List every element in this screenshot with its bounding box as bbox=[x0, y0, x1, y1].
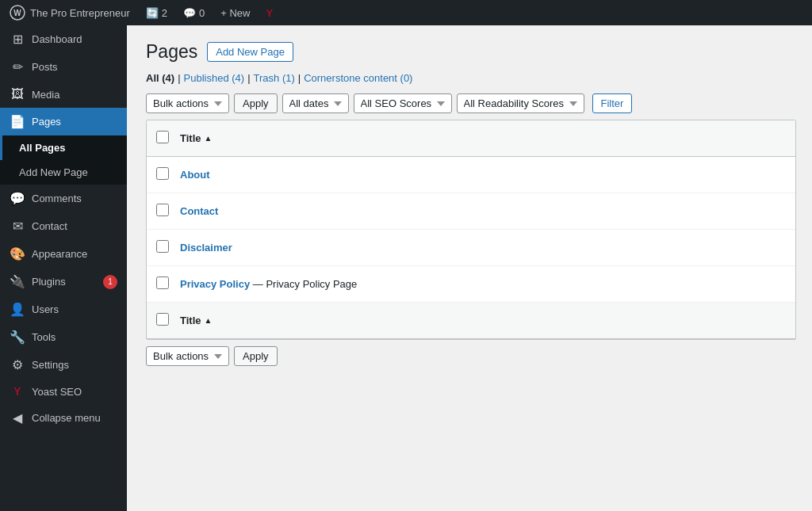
filter-cornerstone[interactable]: Cornerstone content (0) bbox=[304, 72, 412, 84]
sidebar-item-plugins[interactable]: 🔌 Plugins 1 bbox=[0, 268, 127, 296]
sort-arrow-icon: ▲ bbox=[205, 134, 213, 143]
admin-bar-comments[interactable]: 💬 0 bbox=[180, 0, 208, 25]
pages-icon: 📄 bbox=[10, 114, 25, 129]
bulk-actions-select-bottom[interactable]: Bulk actions bbox=[146, 346, 229, 366]
checkbox-contact[interactable] bbox=[156, 204, 169, 216]
checkbox-privacy-policy[interactable] bbox=[156, 276, 169, 289]
page-header: Pages Add New Page bbox=[146, 41, 796, 63]
admin-bar-yoast[interactable]: Y bbox=[262, 0, 276, 25]
filter-trash[interactable]: Trash (1) bbox=[254, 72, 295, 84]
page-link-disclaimer[interactable]: Disclaimer bbox=[180, 242, 232, 254]
comments-count: 0 bbox=[199, 7, 205, 19]
comments-icon: 💬 bbox=[183, 7, 196, 19]
sidebar-label-settings: Settings bbox=[32, 359, 69, 371]
table-row: Privacy Policy — Privacy Policy Page bbox=[147, 266, 795, 303]
plugins-badge: 1 bbox=[103, 275, 117, 289]
sidebar-label-media: Media bbox=[32, 89, 59, 101]
appearance-icon: 🎨 bbox=[10, 246, 25, 261]
privacy-policy-suffix: — Privacy Policy Page bbox=[250, 278, 357, 290]
sidebar-item-posts[interactable]: ✏ Posts bbox=[0, 53, 127, 81]
tools-icon: 🔧 bbox=[10, 330, 25, 345]
wordpress-logo: W bbox=[10, 5, 25, 21]
row-title-contact: Contact bbox=[180, 205, 786, 217]
row-check-disclaimer bbox=[156, 240, 180, 255]
row-title-about: About bbox=[180, 169, 786, 181]
updates-icon: 🔄 bbox=[146, 7, 159, 19]
select-all-checkbox[interactable] bbox=[156, 131, 169, 143]
table-header-row: Title ▲ bbox=[147, 120, 795, 157]
apply-button-bottom[interactable]: Apply bbox=[234, 346, 278, 366]
sidebar-label-appearance: Appearance bbox=[32, 248, 87, 260]
users-icon: 👤 bbox=[10, 302, 25, 317]
sidebar-label-dashboard: Dashboard bbox=[32, 33, 82, 45]
sidebar-item-add-new-page[interactable]: Add New Page bbox=[0, 160, 127, 185]
sidebar: ⊞ Dashboard ✏ Posts 🖼 Media 📄 Pages All … bbox=[0, 25, 127, 511]
apply-button-top[interactable]: Apply bbox=[234, 93, 278, 113]
sidebar-label-add-new-page: Add New Page bbox=[19, 166, 88, 178]
sidebar-label-contact: Contact bbox=[32, 220, 67, 232]
add-new-page-button[interactable]: Add New Page bbox=[207, 42, 293, 62]
sidebar-item-users[interactable]: 👤 Users bbox=[0, 296, 127, 323]
sidebar-label-posts: Posts bbox=[32, 61, 58, 73]
all-dates-select[interactable]: All dates bbox=[282, 93, 349, 113]
sidebar-item-comments[interactable]: 💬 Comments bbox=[0, 185, 127, 212]
dashboard-icon: ⊞ bbox=[10, 32, 25, 47]
admin-bar-updates[interactable]: 🔄 2 bbox=[143, 0, 170, 25]
page-title: Pages bbox=[146, 41, 197, 63]
page-link-contact[interactable]: Contact bbox=[180, 205, 218, 217]
pages-submenu: All Pages Add New Page bbox=[0, 135, 127, 185]
row-check-privacy-policy bbox=[156, 276, 180, 292]
updates-count: 2 bbox=[162, 7, 167, 19]
bulk-actions-select-top[interactable]: Bulk actions bbox=[146, 93, 229, 113]
new-label: + New bbox=[220, 7, 250, 19]
sidebar-item-contact[interactable]: ✉ Contact bbox=[0, 212, 127, 240]
footer-check-col bbox=[156, 313, 180, 328]
sidebar-label-users: Users bbox=[32, 303, 59, 315]
sidebar-item-all-pages[interactable]: All Pages bbox=[0, 135, 127, 160]
title-footer-label: Title bbox=[180, 315, 201, 326]
sidebar-item-tools[interactable]: 🔧 Tools bbox=[0, 323, 127, 351]
select-all-bottom-checkbox[interactable] bbox=[156, 313, 169, 326]
sidebar-label-all-pages: All Pages bbox=[19, 142, 66, 154]
all-seo-scores-select[interactable]: All SEO Scores bbox=[354, 93, 452, 113]
row-title-privacy-policy: Privacy Policy — Privacy Policy Page bbox=[180, 278, 786, 290]
all-readability-select[interactable]: All Readability Scores bbox=[457, 93, 584, 113]
sidebar-item-pages[interactable]: 📄 Pages bbox=[0, 108, 127, 135]
row-check-about bbox=[156, 167, 180, 182]
title-sort-footer[interactable]: Title ▲ bbox=[180, 315, 786, 326]
layout: ⊞ Dashboard ✏ Posts 🖼 Media 📄 Pages All … bbox=[0, 25, 812, 511]
filter-button[interactable]: Filter bbox=[592, 93, 633, 113]
admin-bar-site[interactable]: W The Pro Entrepreneur bbox=[6, 0, 133, 25]
sidebar-item-dashboard[interactable]: ⊞ Dashboard bbox=[0, 25, 127, 53]
filter-published[interactable]: Published (4) bbox=[184, 72, 245, 84]
sidebar-item-yoast-seo[interactable]: Y Yoast SEO bbox=[0, 379, 127, 404]
sort-arrow-bottom-icon: ▲ bbox=[205, 316, 213, 325]
settings-icon: ⚙ bbox=[10, 357, 25, 372]
media-icon: 🖼 bbox=[10, 87, 25, 101]
sidebar-label-collapse: Collapse menu bbox=[32, 412, 101, 424]
sidebar-item-appearance[interactable]: 🎨 Appearance bbox=[0, 240, 127, 268]
site-name: The Pro Entrepreneur bbox=[30, 7, 130, 19]
yoast-seo-icon: Y bbox=[10, 385, 25, 398]
sidebar-label-plugins: Plugins bbox=[32, 276, 66, 288]
page-link-about[interactable]: About bbox=[180, 169, 210, 181]
sidebar-label-comments: Comments bbox=[32, 193, 82, 204]
filter-all[interactable]: All (4) bbox=[146, 72, 174, 84]
sidebar-item-collapse[interactable]: ◀ Collapse menu bbox=[0, 404, 127, 432]
table-row: About bbox=[147, 157, 795, 193]
sidebar-label-pages: Pages bbox=[32, 116, 61, 128]
top-toolbar: Bulk actions Apply All dates All SEO Sco… bbox=[146, 93, 796, 113]
checkbox-about[interactable] bbox=[156, 167, 169, 180]
table-row: Contact bbox=[147, 193, 795, 230]
sidebar-item-settings[interactable]: ⚙ Settings bbox=[0, 351, 127, 379]
collapse-icon: ◀ bbox=[10, 410, 25, 425]
checkbox-disclaimer[interactable] bbox=[156, 240, 169, 253]
page-link-privacy-policy[interactable]: Privacy Policy — Privacy Policy Page bbox=[180, 278, 357, 290]
pages-table: Title ▲ About Contact bbox=[146, 120, 796, 340]
title-sort-header[interactable]: Title ▲ bbox=[180, 132, 786, 144]
table-footer-row: Title ▲ bbox=[147, 303, 795, 339]
comments-sidebar-icon: 💬 bbox=[10, 191, 25, 206]
title-header-label: Title bbox=[180, 132, 201, 144]
admin-bar-new[interactable]: + New bbox=[217, 0, 253, 25]
sidebar-item-media[interactable]: 🖼 Media bbox=[0, 81, 127, 108]
